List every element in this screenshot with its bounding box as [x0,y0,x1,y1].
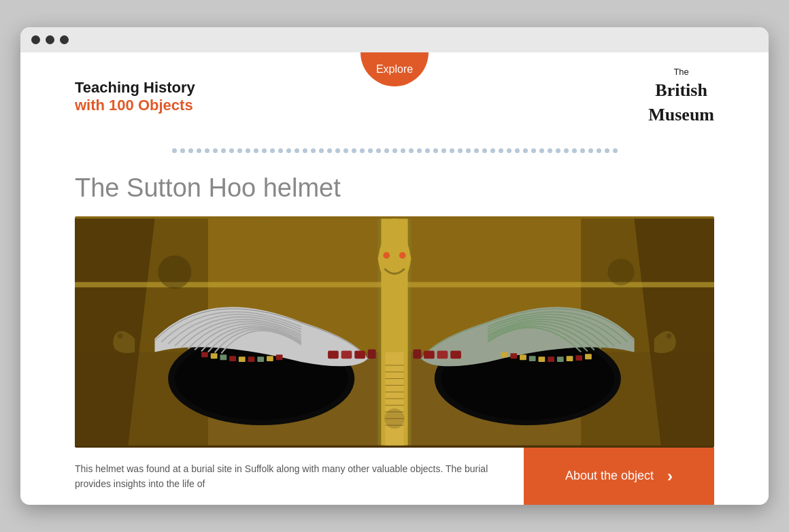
divider-dot [450,148,454,153]
traffic-light-maximize[interactable] [60,35,69,44]
svg-rect-25 [539,356,545,362]
divider-dot [368,148,373,153]
divider-dot [507,148,511,153]
divider-dot [254,148,258,153]
svg-rect-30 [585,354,592,359]
svg-rect-20 [450,350,461,359]
museum-name: BritishMuseum [648,78,714,128]
divider-dot [572,148,577,153]
museum-the: The [648,66,714,78]
divider-dot [539,148,544,153]
divider-dot [286,148,291,153]
about-button-label: About the object [565,469,654,483]
description-text: This helmet was found at a burial site i… [75,448,524,505]
divider-dot [295,148,299,153]
browser-content: Teaching History with 100 Objects Explor… [20,52,769,505]
svg-rect-19 [437,350,448,359]
divider-dot [237,148,242,153]
divider-dot [392,148,397,153]
site-title-sub: with 100 Objects [75,97,195,114]
svg-rect-39 [276,354,283,360]
divider-dot [531,148,536,153]
svg-rect-33 [220,354,226,360]
divider-dot [311,148,316,153]
bottom-section: This helmet was found at a burial site i… [75,448,714,505]
browser-chrome [20,27,769,52]
divider-dot [384,148,389,153]
divider-dot [597,148,601,153]
divider-dot [433,148,438,153]
divider-dot [213,148,218,153]
svg-point-12 [399,252,406,259]
helmet-image [75,216,714,448]
explore-button-container: Explore [360,52,429,86]
svg-rect-17 [413,349,421,359]
divider-dot [278,148,283,153]
museum-logo: The BritishMuseum [648,66,714,128]
divider-dot [303,148,307,153]
svg-rect-29 [575,355,582,361]
svg-point-11 [383,252,390,259]
divider-dot [409,148,414,153]
header: Teaching History with 100 Objects Explor… [20,52,769,142]
divider-dot [270,148,275,153]
helmet-svg [75,216,714,448]
traffic-light-minimize[interactable] [46,35,54,44]
about-button[interactable]: About the object › [524,448,714,505]
divider-dot [319,148,324,153]
divider-dot [172,148,177,153]
divider-dot [564,148,569,153]
svg-rect-27 [557,356,564,362]
divider-dot [515,148,520,153]
site-title-main: Teaching History [75,79,195,97]
svg-rect-37 [257,356,264,362]
svg-rect-24 [529,356,536,361]
svg-rect-23 [520,354,526,360]
svg-rect-14 [341,350,352,359]
svg-point-46 [607,259,634,285]
object-title: The Sutton Hoo helmet [75,173,714,203]
divider-dot [458,148,463,153]
explore-button[interactable]: Explore [360,52,429,86]
site-title: Teaching History with 100 Objects [75,79,195,115]
browser-window: Teaching History with 100 Objects Explor… [20,27,769,505]
main-content: The Sutton Hoo helmet [20,160,769,505]
svg-rect-32 [211,353,218,359]
svg-rect-36 [248,356,255,362]
divider-dot [401,148,405,153]
svg-rect-38 [267,356,273,361]
divider-dot [188,148,193,153]
divider-dot [205,148,209,153]
divider-dot [466,148,471,153]
divider-dot [556,148,560,153]
divider-dot [417,148,422,153]
divider-dot [548,148,552,153]
divider-dot [197,148,201,153]
about-button-arrow: › [667,467,673,486]
traffic-light-close[interactable] [31,35,40,44]
divider-dot [523,148,528,153]
divider-dot [474,148,479,153]
divider-dot [352,148,356,153]
divider-dot [376,148,381,153]
divider-dot [327,148,332,153]
divider-dot [262,148,267,153]
divider-dot [613,148,618,153]
divider-dot [360,148,365,153]
divider-dot [246,148,250,153]
divider-dot [482,148,487,153]
svg-rect-13 [328,350,339,359]
divider-dot [588,148,593,153]
svg-rect-26 [548,356,554,362]
svg-rect-31 [201,352,208,357]
divider-dot [490,148,495,153]
divider-dot [335,148,340,153]
divider-dot [229,148,234,153]
svg-point-45 [158,255,191,288]
svg-rect-28 [567,356,573,361]
dotted-divider [20,142,769,160]
divider-dot [343,148,348,153]
svg-point-47 [384,408,404,428]
divider-dot [605,148,609,153]
divider-dot [425,148,430,153]
